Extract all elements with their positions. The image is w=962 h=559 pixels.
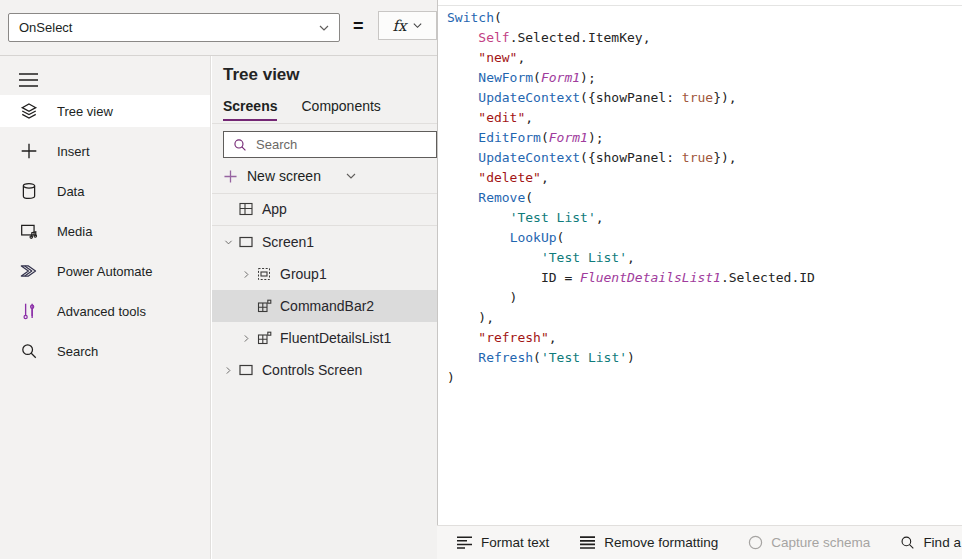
screen-icon [238, 234, 254, 250]
sidebar-item-label: Search [57, 344, 98, 359]
search-input[interactable] [254, 136, 430, 153]
code-line: "edit", [447, 108, 962, 128]
code-line: "refresh", [447, 328, 962, 348]
chevron-right-icon[interactable] [238, 266, 254, 282]
sidebar-item-label: Power Automate [57, 264, 152, 279]
tree-view-tabs: Screens Components [223, 98, 381, 121]
chevron-down-icon[interactable] [220, 234, 236, 250]
code-line: EditForm(Form1); [447, 128, 962, 148]
tab-components[interactable]: Components [301, 98, 380, 121]
tree-item-label: Controls Screen [262, 362, 362, 378]
tree-item-controls-screen[interactable]: Controls Screen [212, 354, 437, 386]
sidebar-item-label: Advanced tools [57, 304, 146, 319]
screen-icon [238, 362, 254, 378]
remove-formatting-icon [579, 536, 596, 549]
app-icon [238, 201, 254, 217]
tree-item-label: CommandBar2 [280, 298, 374, 314]
fx-icon: fx [392, 17, 406, 35]
tree-item-commandbar2[interactable]: CommandBar2 [212, 290, 437, 322]
equals-sign: = [353, 16, 364, 37]
chevron-right-icon[interactable] [220, 362, 236, 378]
plus-icon [224, 170, 237, 183]
chevron-down-icon [318, 22, 330, 34]
layers-icon [20, 102, 38, 120]
tree-item-label: App [262, 201, 287, 217]
code-line: UpdateContext({showPanel: true}), [447, 88, 962, 108]
code-line: NewForm(Form1); [447, 68, 962, 88]
tab-screens[interactable]: Screens [223, 98, 277, 121]
plus-icon [20, 142, 38, 160]
panel-title: Tree view [223, 65, 300, 85]
tree-item-group1[interactable]: Group1 [212, 258, 437, 290]
sidebar-item-tree-view[interactable]: Tree view [0, 95, 210, 127]
property-selector-value: OnSelect [19, 20, 72, 35]
format-text-button[interactable]: Format text [456, 535, 549, 550]
code-line: UpdateContext({showPanel: true}), [447, 148, 962, 168]
code-line: "new", [447, 48, 962, 68]
sidebar-item-data[interactable]: Data [0, 175, 210, 207]
divider [212, 123, 437, 124]
code-line: Switch( [447, 8, 962, 28]
tree-item-label: FluentDetailsList1 [280, 330, 391, 346]
code-line: ) [447, 368, 962, 388]
search-icon [20, 342, 38, 360]
code-line: ID = FluentDetailsList1.Selected.ID [447, 268, 962, 288]
formula-footer-toolbar: Format text Remove formatting Capture sc… [437, 525, 962, 559]
sidebar-item-label: Media [57, 224, 92, 239]
tree-search-box[interactable] [223, 131, 437, 158]
chevron-down-icon [412, 20, 423, 31]
sidebar-item-label: Insert [57, 144, 90, 159]
tree-item-fluentdetailslist1[interactable]: FluentDetailsList1 [212, 322, 437, 354]
sidebar-item-media[interactable]: Media [0, 215, 210, 247]
property-selector[interactable]: OnSelect [8, 13, 340, 42]
advanced-tools-icon [20, 302, 38, 320]
app-navigation-rail: Tree view Insert Data Media Power Automa… [0, 56, 211, 559]
code-content[interactable]: Switch( Self.Selected.ItemKey, "new", Ne… [447, 8, 962, 525]
media-icon [20, 222, 38, 240]
tree-item-label: Group1 [280, 266, 327, 282]
formula-editor[interactable]: Switch( Self.Selected.ItemKey, "new", Ne… [437, 0, 962, 525]
code-line: "delete", [447, 168, 962, 188]
power-automate-icon [20, 262, 38, 280]
screen-tree: App Screen1 Group1 CommandB [212, 193, 437, 386]
search-icon [233, 138, 247, 152]
sidebar-item-label: Tree view [57, 104, 113, 119]
chevron-right-icon[interactable] [238, 330, 254, 346]
chevron-down-icon [345, 170, 357, 182]
circle-icon [748, 535, 763, 550]
code-line: Remove( [447, 188, 962, 208]
sidebar-item-search[interactable]: Search [0, 335, 210, 367]
property-bar: OnSelect = fx [0, 0, 437, 56]
database-icon [20, 182, 38, 200]
code-line: 'Test List', [447, 248, 962, 268]
powerapps-studio: { "topbar": { "property_dropdown": { "va… [0, 0, 962, 559]
sidebar-item-insert[interactable]: Insert [0, 135, 210, 167]
tree-item-app[interactable]: App [212, 193, 437, 226]
format-text-icon [456, 536, 473, 549]
new-screen-button[interactable]: New screen [224, 163, 357, 189]
component-icon [256, 298, 272, 314]
component-icon [256, 330, 272, 346]
search-icon [900, 535, 915, 550]
sidebar-item-power-automate[interactable]: Power Automate [0, 255, 210, 287]
remove-formatting-button[interactable]: Remove formatting [579, 535, 718, 550]
hamburger-menu-icon[interactable] [15, 67, 41, 93]
find-and-replace-button[interactable]: Find a [900, 535, 961, 550]
sidebar-item-advanced-tools[interactable]: Advanced tools [0, 295, 210, 327]
code-line: Refresh('Test List') [447, 348, 962, 368]
tree-item-label: Screen1 [262, 234, 314, 250]
capture-schema-button: Capture schema [748, 535, 870, 550]
sidebar-item-label: Data [57, 184, 84, 199]
code-line: ) [447, 288, 962, 308]
code-line: LookUp( [447, 228, 962, 248]
tree-view-panel: Tree view Screens Components New screen … [212, 56, 437, 559]
code-line: Self.Selected.ItemKey, [447, 28, 962, 48]
group-icon [256, 266, 272, 282]
fx-button[interactable]: fx [378, 11, 437, 40]
new-screen-label: New screen [247, 168, 321, 184]
code-line: 'Test List', [447, 208, 962, 228]
code-line: ), [447, 308, 962, 328]
tree-item-screen1[interactable]: Screen1 [212, 226, 437, 258]
